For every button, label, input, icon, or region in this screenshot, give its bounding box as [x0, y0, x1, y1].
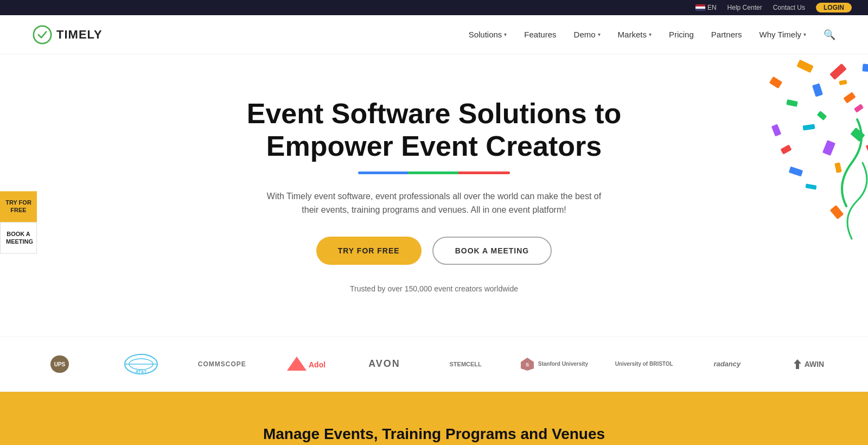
hero-section: Event Software Solutions to Empower Even… — [0, 54, 868, 336]
hero-buttons: TRY FOR FREE BOOK A MEETING — [0, 237, 868, 265]
yellow-section: Manage Events, Training Programs and Ven… — [0, 392, 868, 445]
logo-stanford: S Stanford University — [520, 357, 588, 372]
svg-rect-2 — [812, 83, 823, 97]
nav-pricing[interactable]: Pricing — [669, 30, 694, 39]
nav-features[interactable]: Features — [524, 30, 556, 39]
svg-rect-3 — [786, 99, 798, 107]
nav-solutions[interactable]: Solutions ▾ — [469, 30, 507, 39]
logo-ups: UPS — [33, 353, 87, 375]
hero-subtitle: With Timely event software, event profes… — [260, 189, 608, 217]
svg-rect-4 — [829, 63, 847, 80]
logo-radancy: radancy — [700, 360, 754, 368]
svg-marker-27 — [287, 357, 307, 371]
svg-rect-1 — [796, 60, 813, 73]
svg-rect-19 — [805, 183, 816, 189]
side-buttons: TRY FOR FREE BOOK A MEETING — [0, 191, 37, 253]
logo-awin: AWIN — [781, 358, 835, 370]
hero-title: Event Software Solutions to Empower Even… — [222, 98, 646, 163]
svg-rect-11 — [834, 162, 842, 173]
svg-rect-10 — [862, 63, 868, 72]
title-underline — [358, 171, 510, 174]
chevron-down-icon: ▾ — [598, 31, 601, 37]
svg-rect-14 — [789, 167, 803, 177]
svg-text:Adobe: Adobe — [309, 360, 325, 369]
nav-why-timely[interactable]: Why Timely ▾ — [759, 30, 806, 39]
svg-rect-16 — [866, 144, 868, 155]
svg-rect-9 — [850, 128, 865, 142]
logo-avon: AVON — [358, 358, 412, 370]
svg-rect-13 — [854, 104, 864, 113]
logos-strip: UPS AT&T COMMSCOPE Adobe AVON STEMCELL S — [0, 336, 868, 392]
svg-text:S: S — [526, 362, 529, 367]
login-button[interactable]: LOGIN — [816, 3, 852, 12]
side-try-free-button[interactable]: TRY FOR FREE — [0, 191, 37, 222]
navbar: TIMELY Solutions ▾ Features Demo ▾ Marke… — [0, 15, 868, 54]
chevron-down-icon: ▾ — [504, 31, 507, 37]
logo-commscope: COMMSCOPE — [195, 360, 249, 368]
svg-rect-12 — [769, 77, 782, 88]
help-center-link[interactable]: Help Center — [727, 4, 762, 11]
svg-rect-17 — [771, 124, 782, 136]
chevron-down-icon: ▾ — [649, 31, 652, 37]
logo-stemcell: STEMCELL — [438, 361, 493, 367]
svg-text:UPS: UPS — [54, 361, 66, 367]
svg-rect-8 — [780, 144, 792, 154]
svg-rect-15 — [817, 111, 827, 120]
book-meeting-button[interactable]: BOOK A MEETING — [432, 237, 552, 265]
chevron-down-icon: ▾ — [803, 31, 806, 37]
nav-partners[interactable]: Partners — [711, 30, 742, 39]
language-selector[interactable]: EN — [695, 4, 717, 11]
language-label: EN — [707, 4, 717, 11]
svg-rect-5 — [843, 92, 856, 103]
logo[interactable]: TIMELY — [33, 25, 103, 44]
logo-adobe: Adobe — [276, 354, 330, 374]
search-icon[interactable]: 🔍 — [824, 29, 835, 40]
nav-links: Solutions ▾ Features Demo ▾ Markets ▾ Pr… — [469, 29, 835, 41]
side-book-meeting-button[interactable]: BOOK A MEETING — [0, 222, 37, 254]
svg-rect-20 — [830, 205, 844, 219]
svg-rect-6 — [802, 124, 815, 131]
svg-text:AT&T: AT&T — [135, 369, 146, 374]
logo-text: TIMELY — [56, 28, 103, 42]
yellow-section-title: Manage Events, Training Programs and Ven… — [43, 424, 825, 445]
logo-icon — [33, 25, 52, 44]
svg-rect-7 — [822, 140, 835, 156]
nav-search[interactable]: 🔍 — [824, 29, 835, 41]
trusted-text: Trusted by over 150,000 event creators w… — [0, 284, 868, 293]
svg-rect-18 — [839, 80, 847, 85]
try-for-free-button[interactable]: TRY FOR FREE — [316, 237, 422, 265]
svg-point-0 — [34, 26, 51, 43]
nav-markets[interactable]: Markets ▾ — [618, 30, 652, 39]
nav-demo[interactable]: Demo ▾ — [574, 30, 601, 39]
logo-att: AT&T — [114, 353, 168, 375]
top-bar: EN Help Center Contact Us LOGIN — [0, 0, 868, 15]
contact-us-link[interactable]: Contact Us — [773, 4, 805, 11]
flag-icon — [695, 4, 705, 11]
logo-bristol: University of BRISTOL — [615, 361, 673, 367]
